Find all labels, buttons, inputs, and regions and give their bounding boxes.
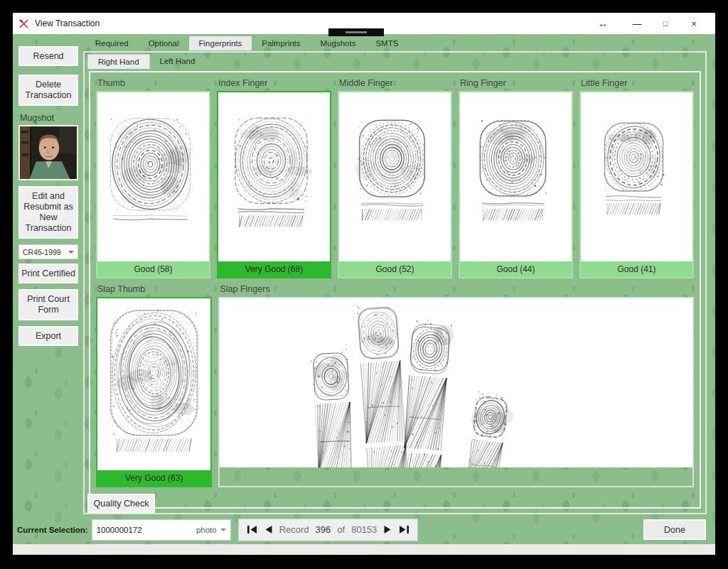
subtab-left-hand[interactable]: Left Hand	[150, 54, 205, 69]
form-select[interactable]: CR45-1999	[18, 244, 78, 259]
little-quality-badge: Good (41)	[581, 261, 692, 277]
mugshot-label: Mugshot	[20, 113, 78, 123]
index-quality-badge: Very Good (68)	[218, 261, 330, 277]
hand-subtabs: Right Hand Left Hand	[87, 54, 205, 69]
ring-print-image	[460, 92, 572, 261]
overlay-dash	[346, 31, 367, 33]
first-record-button[interactable]	[247, 525, 257, 534]
prints-frame: Thumb Good (58) Index Finger Very Good (…	[89, 71, 701, 509]
record-number: 396	[316, 524, 331, 535]
dark-overlay-bar	[328, 28, 384, 36]
middle-print-image	[339, 92, 451, 261]
photo-dropdown-label: photo	[196, 526, 217, 534]
of-label: of	[337, 524, 345, 535]
chevron-down-icon	[68, 251, 74, 254]
app-icon	[18, 18, 29, 29]
middle-quality-badge: Good (52)	[339, 261, 451, 277]
resend-button[interactable]: Resend	[18, 46, 78, 66]
previous-record-button[interactable]	[264, 525, 273, 534]
window-bottom-strip	[13, 544, 715, 555]
subtab-right-hand[interactable]: Right Hand	[87, 54, 150, 69]
footer-bar: Current Selection: 1000000172 photo Reco…	[17, 518, 706, 541]
done-button[interactable]: Done	[643, 519, 706, 540]
tab-bar: Required Optional Fingerprints Palmprint…	[85, 36, 408, 50]
print-certified-button[interactable]: Print Certified	[18, 264, 78, 283]
minimize-button[interactable]: —	[623, 13, 651, 33]
view-transaction-window: View Transaction ↔ — □ × Required Option…	[13, 13, 715, 555]
close-button[interactable]: ×	[680, 13, 708, 33]
window-title: View Transaction	[35, 18, 100, 28]
record-total: 80153	[351, 524, 377, 535]
slap-fingers-label: Slap Fingers	[220, 284, 694, 294]
selection-input[interactable]: 1000000172 photo	[92, 519, 231, 541]
record-navigator: Record 396 of 80153	[238, 519, 419, 541]
slap-thumb-panel[interactable]: Very Good (63)	[96, 297, 212, 487]
index-finger-label: Index Finger	[218, 78, 331, 88]
tab-optional[interactable]: Optional	[139, 36, 189, 50]
little-finger-label: Little Finger	[581, 78, 694, 88]
thumb-quality-badge: Good (58)	[97, 261, 209, 277]
slap-row: Slap Thumb Very Good (63) Slap Fingers	[96, 283, 694, 487]
middle-finger-panel[interactable]: Good (52)	[338, 91, 452, 278]
ring-finger-panel[interactable]: Good (44)	[459, 91, 573, 278]
index-print-image	[218, 92, 330, 261]
slap-fingers-panel[interactable]	[218, 297, 694, 487]
selection-value: 1000000172	[97, 526, 142, 534]
ring-quality-badge: Good (44)	[460, 261, 572, 277]
chevron-down-icon	[220, 529, 226, 531]
ring-finger-label: Ring Finger	[460, 78, 573, 88]
middle-finger-label: Middle Finger	[339, 78, 452, 88]
delete-transaction-button[interactable]: Delete Transaction	[18, 75, 78, 106]
thumb-print-image	[97, 92, 209, 261]
tab-palmprints[interactable]: Palmprints	[252, 36, 310, 50]
thumb-panel[interactable]: Good (58)	[96, 91, 210, 278]
little-finger-panel[interactable]: Good (41)	[579, 91, 694, 278]
main-area: Required Optional Fingerprints Palmprint…	[13, 34, 715, 544]
slap-thumb-quality-badge: Very Good (63)	[97, 470, 210, 486]
slap-fingers-print-image	[220, 298, 692, 467]
slap-thumb-print-image	[97, 298, 210, 470]
tab-smts[interactable]: SMTS	[365, 36, 408, 50]
record-label: Record	[279, 524, 309, 535]
slap-thumb-label: Slap Thumb	[97, 284, 212, 294]
edit-resubmit-button[interactable]: Edit and Resubmit as New Transaction	[18, 186, 78, 239]
tab-fingerprints[interactable]: Fingerprints	[189, 36, 252, 50]
export-button[interactable]: Export	[18, 326, 78, 346]
tab-required[interactable]: Required	[85, 36, 139, 50]
print-court-form-button[interactable]: Print Court Form	[18, 289, 78, 320]
next-record-button[interactable]	[383, 525, 392, 534]
sidebar: Resend Delete Transaction Mugshot	[18, 46, 78, 346]
quality-check-button[interactable]: Quality Check	[87, 494, 155, 513]
maximize-button[interactable]: □	[651, 13, 680, 33]
little-print-image	[581, 92, 692, 261]
mugshot-photo[interactable]	[18, 125, 78, 180]
tab-mugshots[interactable]: Mugshots	[311, 36, 366, 50]
resize-icon[interactable]: ↔	[589, 13, 617, 33]
photo-dropdown[interactable]: photo	[196, 526, 226, 534]
form-select-value: CR45-1999	[23, 248, 61, 256]
fingerprints-tab-page: Right Hand Left Hand Thumb Good (58) Ind…	[83, 51, 707, 514]
thumb-label: Thumb	[97, 78, 210, 88]
last-record-button[interactable]	[399, 525, 410, 534]
index-finger-panel[interactable]: Very Good (68)	[217, 91, 331, 278]
fingers-row: Thumb Good (58) Index Finger Very Good (…	[96, 77, 694, 278]
current-selection-label: Current Selection:	[17, 526, 88, 534]
